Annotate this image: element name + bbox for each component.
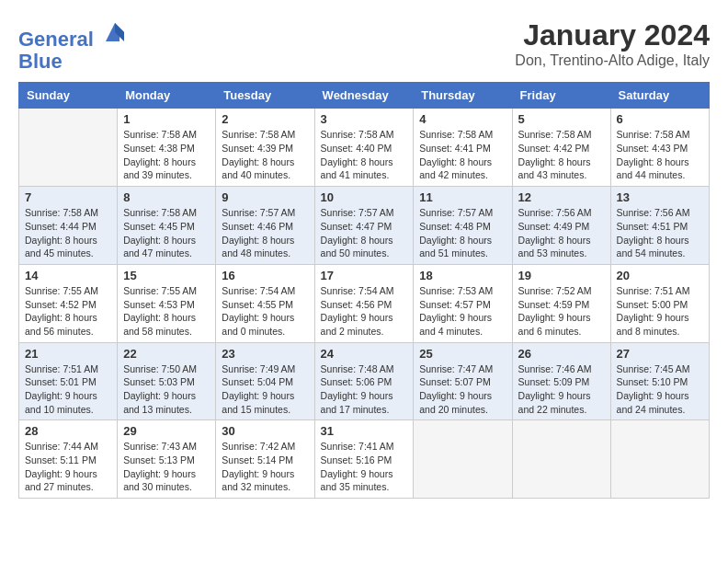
day-info: Sunrise: 7:58 AMSunset: 4:41 PMDaylight:… [419,128,506,182]
calendar-cell: 17Sunrise: 7:54 AMSunset: 4:56 PMDayligh… [314,264,414,342]
calendar-cell: 6Sunrise: 7:58 AMSunset: 4:43 PMDaylight… [610,109,709,187]
logo-general: General [18,28,94,51]
day-info: Sunrise: 7:55 AMSunset: 4:53 PMDaylight:… [123,284,210,339]
calendar-cell: 30Sunrise: 7:42 AMSunset: 5:14 PMDayligh… [216,420,314,499]
calendar-cell: 18Sunrise: 7:53 AMSunset: 4:57 PMDayligh… [414,264,512,342]
day-info: Sunrise: 7:58 AMSunset: 4:39 PMDaylight:… [222,128,308,182]
day-info: Sunrise: 7:51 AMSunset: 5:00 PMDaylight:… [617,284,703,339]
day-info: Sunrise: 7:49 AMSunset: 5:04 PMDaylight:… [222,362,308,417]
calendar-cell: 25Sunrise: 7:47 AMSunset: 5:07 PMDayligh… [414,342,512,420]
day-number: 22 [123,347,210,361]
day-number: 8 [123,190,210,204]
day-number: 4 [419,112,506,126]
day-number: 23 [222,347,308,361]
day-header-wednesday: Wednesday [314,83,414,109]
title-block: January 2024 Don, Trentino-Alto Adige, I… [515,18,710,69]
calendar-cell: 1Sunrise: 7:58 AMSunset: 4:38 PMDaylight… [118,109,216,187]
calendar-cell: 2Sunrise: 7:58 AMSunset: 4:39 PMDaylight… [216,109,314,187]
calendar-cell: 26Sunrise: 7:46 AMSunset: 5:09 PMDayligh… [512,342,610,420]
day-info: Sunrise: 7:57 AMSunset: 4:48 PMDaylight:… [419,206,506,260]
day-header-monday: Monday [118,83,216,109]
day-number: 18 [419,269,506,282]
calendar-cell: 23Sunrise: 7:49 AMSunset: 5:04 PMDayligh… [216,342,314,420]
day-number: 5 [518,112,605,126]
logo-blue: Blue [18,50,63,73]
calendar-cell [414,420,512,499]
day-info: Sunrise: 7:54 AMSunset: 4:55 PMDaylight:… [222,284,308,339]
day-header-friday: Friday [512,83,610,109]
day-info: Sunrise: 7:52 AMSunset: 4:59 PMDaylight:… [518,284,605,339]
day-number: 28 [25,424,111,438]
day-info: Sunrise: 7:48 AMSunset: 5:06 PMDaylight:… [321,362,408,417]
calendar-cell [19,109,118,187]
calendar-cell: 8Sunrise: 7:58 AMSunset: 4:45 PMDaylight… [118,187,216,265]
month-title: January 2024 [515,18,710,52]
day-number: 10 [321,190,408,204]
day-number: 3 [321,112,408,126]
day-info: Sunrise: 7:54 AMSunset: 4:56 PMDaylight:… [321,284,408,339]
day-number: 12 [518,190,605,204]
day-number: 31 [321,424,408,438]
day-header-thursday: Thursday [414,83,512,109]
day-number: 26 [518,347,605,361]
day-number: 29 [123,424,210,438]
calendar-cell: 3Sunrise: 7:58 AMSunset: 4:40 PMDaylight… [314,109,414,187]
week-row-1: 1Sunrise: 7:58 AMSunset: 4:38 PMDaylight… [19,109,710,187]
calendar-cell: 15Sunrise: 7:55 AMSunset: 4:53 PMDayligh… [118,264,216,342]
calendar-cell: 28Sunrise: 7:44 AMSunset: 5:11 PMDayligh… [19,420,118,499]
calendar-cell: 4Sunrise: 7:58 AMSunset: 4:41 PMDaylight… [414,109,512,187]
day-info: Sunrise: 7:53 AMSunset: 4:57 PMDaylight:… [419,284,506,339]
day-info: Sunrise: 7:56 AMSunset: 4:51 PMDaylight:… [617,206,703,260]
calendar-cell: 5Sunrise: 7:58 AMSunset: 4:42 PMDaylight… [512,109,610,187]
day-number: 16 [222,269,308,282]
calendar-cell: 21Sunrise: 7:51 AMSunset: 5:01 PMDayligh… [19,342,118,420]
day-info: Sunrise: 7:57 AMSunset: 4:46 PMDaylight:… [222,206,308,260]
calendar-cell: 13Sunrise: 7:56 AMSunset: 4:51 PMDayligh… [610,187,709,265]
day-info: Sunrise: 7:58 AMSunset: 4:42 PMDaylight:… [518,128,605,182]
day-info: Sunrise: 7:56 AMSunset: 4:49 PMDaylight:… [518,206,605,260]
day-info: Sunrise: 7:58 AMSunset: 4:40 PMDaylight:… [321,128,408,182]
day-header-saturday: Saturday [610,83,709,109]
calendar-cell [610,420,709,499]
day-header-sunday: Sunday [19,83,118,109]
day-info: Sunrise: 7:58 AMSunset: 4:43 PMDaylight:… [617,128,703,182]
calendar-cell: 29Sunrise: 7:43 AMSunset: 5:13 PMDayligh… [118,420,216,499]
day-info: Sunrise: 7:44 AMSunset: 5:11 PMDaylight:… [25,440,111,494]
day-number: 19 [518,269,605,282]
day-number: 25 [419,347,506,361]
day-info: Sunrise: 7:51 AMSunset: 5:01 PMDaylight:… [25,362,111,417]
day-number: 17 [321,269,408,282]
day-number: 15 [123,269,210,282]
day-info: Sunrise: 7:42 AMSunset: 5:14 PMDaylight:… [222,440,308,494]
day-number: 20 [617,269,703,282]
day-number: 7 [25,190,111,204]
day-info: Sunrise: 7:41 AMSunset: 5:16 PMDaylight:… [321,440,408,494]
day-info: Sunrise: 7:47 AMSunset: 5:07 PMDaylight:… [419,362,506,417]
day-info: Sunrise: 7:46 AMSunset: 5:09 PMDaylight:… [518,362,605,417]
calendar-cell: 7Sunrise: 7:58 AMSunset: 4:44 PMDaylight… [19,187,118,265]
calendar-table: SundayMondayTuesdayWednesdayThursdayFrid… [18,82,710,499]
week-row-4: 21Sunrise: 7:51 AMSunset: 5:01 PMDayligh… [19,342,710,420]
header-row: SundayMondayTuesdayWednesdayThursdayFrid… [19,83,710,109]
calendar-cell: 9Sunrise: 7:57 AMSunset: 4:46 PMDaylight… [216,187,314,265]
day-number: 30 [222,424,308,438]
calendar-cell: 10Sunrise: 7:57 AMSunset: 4:47 PMDayligh… [314,187,414,265]
day-number: 24 [321,347,408,361]
day-info: Sunrise: 7:55 AMSunset: 4:52 PMDaylight:… [25,284,111,339]
day-number: 1 [123,112,210,126]
day-number: 9 [222,190,308,204]
calendar-cell: 14Sunrise: 7:55 AMSunset: 4:52 PMDayligh… [19,264,118,342]
week-row-3: 14Sunrise: 7:55 AMSunset: 4:52 PMDayligh… [19,264,710,342]
logo-icon [101,18,129,46]
day-info: Sunrise: 7:57 AMSunset: 4:47 PMDaylight:… [321,206,408,260]
page-header: General Blue January 2024 Don, Trentino-… [18,18,710,73]
week-row-5: 28Sunrise: 7:44 AMSunset: 5:11 PMDayligh… [19,420,710,499]
calendar-cell: 31Sunrise: 7:41 AMSunset: 5:16 PMDayligh… [314,420,414,499]
calendar-cell: 11Sunrise: 7:57 AMSunset: 4:48 PMDayligh… [414,187,512,265]
day-info: Sunrise: 7:50 AMSunset: 5:03 PMDaylight:… [123,362,210,417]
location: Don, Trentino-Alto Adige, Italy [515,52,710,69]
day-info: Sunrise: 7:58 AMSunset: 4:44 PMDaylight:… [25,206,111,260]
calendar-cell: 27Sunrise: 7:45 AMSunset: 5:10 PMDayligh… [610,342,709,420]
calendar-cell: 24Sunrise: 7:48 AMSunset: 5:06 PMDayligh… [314,342,414,420]
day-number: 21 [25,347,111,361]
